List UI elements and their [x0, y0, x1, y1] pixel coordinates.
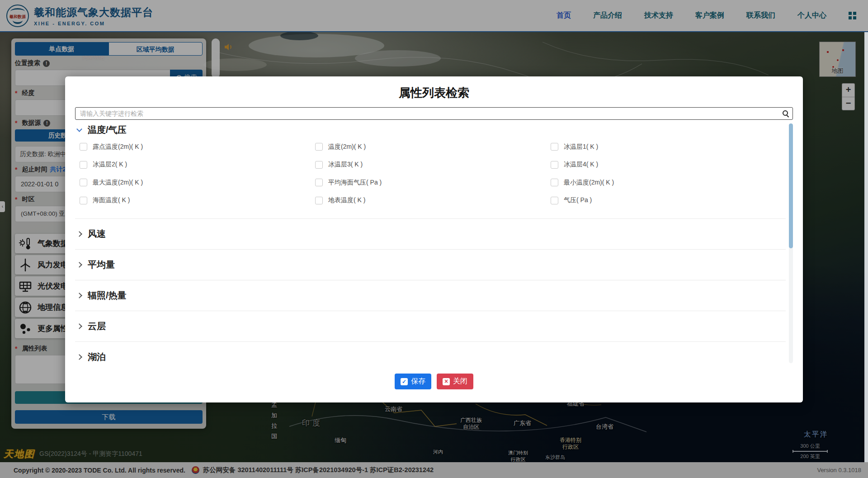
section-title: 温度/气压	[88, 124, 127, 136]
checkbox[interactable]	[80, 161, 87, 169]
attr-item-ice-layer-2[interactable]: 冰温层2( K )	[80, 161, 315, 169]
checkbox[interactable]	[551, 161, 558, 169]
search-icon[interactable]	[782, 110, 788, 116]
attr-item-min-temp[interactable]: 最小温度(2m)( K )	[551, 179, 786, 187]
section-title: 湖泊	[88, 351, 106, 363]
modal-scrollbar	[789, 123, 793, 363]
section-row-clouds[interactable]: 云层	[75, 311, 786, 341]
checkbox[interactable]	[80, 197, 87, 204]
chevron-right-icon	[76, 231, 82, 237]
attr-item-max-temp[interactable]: 最大温度(2m)( K )	[80, 179, 315, 187]
checkbox[interactable]	[315, 197, 323, 204]
checkbox[interactable]	[551, 143, 558, 151]
section-row-irradiance-heat[interactable]: 辐照/热量	[75, 280, 786, 311]
save-button-label: 保存	[411, 377, 425, 386]
chevron-right-icon	[76, 262, 82, 268]
checkbox-label: 温度(2m)( K )	[328, 143, 366, 151]
chevron-right-icon	[76, 323, 82, 329]
checkbox-label: 平均海面气压( Pa )	[328, 179, 382, 187]
attr-item-ice-layer-3[interactable]: 冰温层3( K )	[315, 161, 551, 169]
checkbox-label: 最大温度(2m)( K )	[93, 179, 143, 187]
section-header-temperature-pressure[interactable]: 温度/气压	[75, 123, 786, 136]
scrollbar-thumb[interactable]	[789, 123, 793, 248]
modal-search-box	[75, 107, 793, 120]
checkbox[interactable]	[315, 143, 323, 151]
section-title: 风速	[88, 228, 106, 240]
attr-item-temp-2m[interactable]: 温度(2m)( K )	[315, 143, 551, 151]
close-button-label: 关闭	[453, 377, 467, 386]
app-root: 阿斯塔纳 孟加拉国 缅甸 河内 云南省 广西壮族 自治区 广东省 福建省 台湾省…	[0, 0, 868, 478]
checkbox-label: 冰温层4( K )	[564, 161, 598, 169]
chevron-right-icon	[76, 354, 82, 360]
checkbox[interactable]	[80, 143, 87, 151]
modal-actions: ✓ 保存 × 关闭	[75, 374, 793, 389]
section-title: 平均量	[88, 259, 115, 271]
check-icon: ✓	[401, 378, 408, 385]
attr-item-ice-layer-1[interactable]: 冰温层1( K )	[551, 143, 786, 151]
checkbox-label: 冰温层2( K )	[93, 161, 127, 169]
checkbox[interactable]	[80, 179, 87, 186]
checkbox[interactable]	[551, 179, 558, 186]
checkbox-label: 露点温度(2m)( K )	[93, 143, 143, 151]
chevron-down-icon	[76, 126, 82, 132]
attr-item-mean-sea-pressure[interactable]: 平均海面气压( Pa )	[315, 179, 551, 187]
close-icon: ×	[443, 378, 450, 385]
checkbox-label: 冰温层3( K )	[328, 161, 363, 169]
checkbox-label: 地表温度( K )	[328, 196, 365, 204]
chevron-right-icon	[76, 293, 82, 298]
keyword-search-input[interactable]	[75, 107, 793, 120]
modal-title: 属性列表检索	[75, 85, 793, 101]
browser-scrollbar[interactable]	[864, 32, 868, 462]
attribute-checkbox-grid: 露点温度(2m)( K ) 温度(2m)( K ) 冰温层1( K ) 冰温层2…	[75, 138, 786, 209]
checkbox-label: 海面温度( K )	[93, 196, 130, 204]
attr-item-ice-layer-4[interactable]: 冰温层4( K )	[551, 161, 786, 169]
checkbox-label: 冰温层1( K )	[564, 143, 598, 151]
section-title: 云层	[88, 320, 106, 332]
section-title: 辐照/热量	[88, 289, 127, 302]
checkbox[interactable]	[315, 161, 323, 169]
attribute-search-modal: 属性列表检索 温度/气压 露点温度(2m)( K ) 温度(2m)( K ) 冰…	[65, 76, 803, 402]
attr-item-sea-surface-temp[interactable]: 海面温度( K )	[80, 196, 315, 204]
attr-item-pressure[interactable]: 气压( Pa )	[551, 196, 786, 204]
attr-item-surface-temp[interactable]: 地表温度( K )	[315, 196, 551, 204]
section-row-lakes[interactable]: 湖泊	[75, 341, 786, 363]
close-button[interactable]: × 关闭	[437, 374, 473, 389]
attr-item-dew-point[interactable]: 露点温度(2m)( K )	[80, 143, 315, 151]
checkbox[interactable]	[315, 179, 323, 186]
section-row-averages[interactable]: 平均量	[75, 249, 786, 280]
checkbox[interactable]	[551, 197, 558, 204]
save-button[interactable]: ✓ 保存	[395, 374, 431, 389]
attribute-list: 温度/气压 露点温度(2m)( K ) 温度(2m)( K ) 冰温层1( K …	[75, 123, 793, 363]
checkbox-label: 最小温度(2m)( K )	[564, 179, 614, 187]
checkbox-label: 气压( Pa )	[564, 196, 592, 204]
section-row-wind-speed[interactable]: 风速	[75, 218, 786, 249]
